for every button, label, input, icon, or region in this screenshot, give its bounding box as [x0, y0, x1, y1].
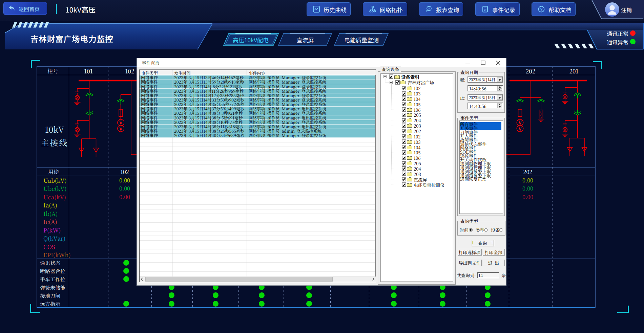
- svg-text:V: V: [119, 125, 123, 132]
- svg-text:V: V: [518, 125, 522, 132]
